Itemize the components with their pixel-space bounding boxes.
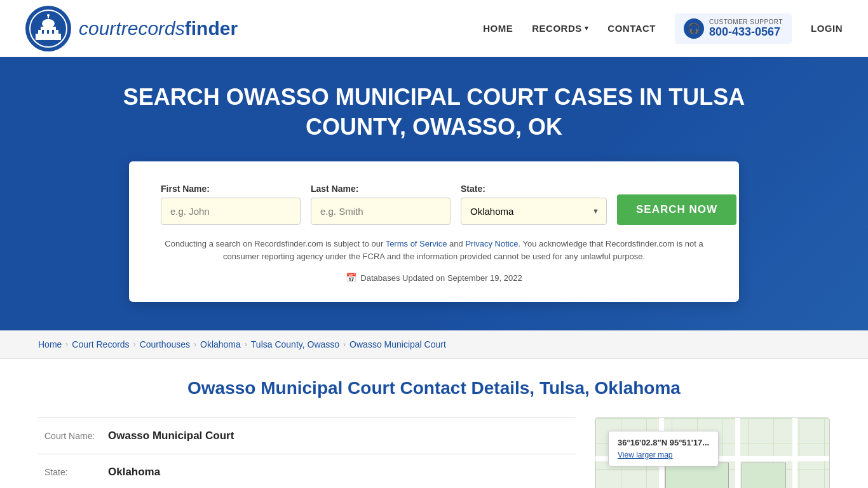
svg-rect-5 xyxy=(46,19,50,25)
map-block xyxy=(742,463,786,488)
calendar-icon: 📅 xyxy=(346,273,356,283)
state-field-group: State: AlabamaAlaskaArizonaArkansas Cali… xyxy=(461,184,607,225)
hero-section: SEARCH OWASSO MUNICIPAL COURT CASES IN T… xyxy=(0,57,868,330)
breadcrumb-oklahoma[interactable]: Oklahoma xyxy=(200,339,241,349)
state-detail-label: State: xyxy=(44,467,102,477)
main-content: Owasso Municipal Court Contact Details, … xyxy=(0,359,868,488)
terms-link[interactable]: Terms of Service xyxy=(386,239,447,248)
table-row: State: Oklahoma xyxy=(38,454,576,488)
court-name-label: Court Name: xyxy=(44,431,102,441)
privacy-link[interactable]: Privacy Notice xyxy=(465,239,518,248)
db-update: 📅 Databases Updated on September 19, 202… xyxy=(161,273,707,283)
header: courtrecordsfinder HOME RECORDS ▾ CONTAC… xyxy=(0,0,868,57)
headset-icon: 🎧 xyxy=(684,18,704,39)
svg-rect-8 xyxy=(42,30,44,34)
last-name-field-group: Last Name: xyxy=(311,184,451,225)
section-title: Owasso Municipal Court Contact Details, … xyxy=(38,378,830,398)
support-box: 🎧 CUSTOMER SUPPORT 800-433-0567 xyxy=(675,13,792,44)
breadcrumb-court-records[interactable]: Court Records xyxy=(72,339,129,349)
breadcrumb-current: Owasso Municipal Court xyxy=(349,339,446,349)
state-select-wrapper: AlabamaAlaskaArizonaArkansas CaliforniaC… xyxy=(461,198,607,225)
map-area: 📍 Bible Church of Owasso 36°16'02.8"N 95… xyxy=(595,417,830,488)
svg-rect-10 xyxy=(52,30,54,34)
breadcrumb-tulsa-owasso[interactable]: Tulsa County, Owasso xyxy=(251,339,339,349)
details-table: Court Name: Owasso Municipal Court State… xyxy=(38,417,576,488)
details-map-grid: Court Name: Owasso Municipal Court State… xyxy=(38,417,830,488)
first-name-input[interactable] xyxy=(161,198,301,225)
table-row: Court Name: Owasso Municipal Court xyxy=(38,418,576,454)
search-card: First Name: Last Name: State: AlabamaAla… xyxy=(129,161,739,302)
first-name-field-group: First Name: xyxy=(161,184,301,225)
nav-contact[interactable]: CONTACT xyxy=(607,23,656,34)
breadcrumb-sep-3: › xyxy=(194,340,196,349)
hero-title: SEARCH OWASSO MUNICIPAL COURT CASES IN T… xyxy=(116,83,752,142)
breadcrumb: Home › Court Records › Courthouses › Okl… xyxy=(38,339,830,349)
last-name-input[interactable] xyxy=(311,198,451,225)
map-road xyxy=(792,418,797,488)
map-block xyxy=(665,463,729,488)
search-button[interactable]: SEARCH NOW xyxy=(617,194,736,225)
view-larger-map-link[interactable]: View larger map xyxy=(618,451,672,459)
state-detail-value: Oklahoma xyxy=(108,466,160,478)
state-select[interactable]: AlabamaAlaskaArizonaArkansas CaliforniaC… xyxy=(461,198,607,225)
breadcrumb-courthouses[interactable]: Courthouses xyxy=(140,339,190,349)
chevron-down-icon: ▾ xyxy=(585,24,589,32)
svg-rect-9 xyxy=(47,30,49,34)
breadcrumb-bar: Home › Court Records › Courthouses › Okl… xyxy=(0,330,868,359)
nav-records[interactable]: RECORDS ▾ xyxy=(532,23,588,34)
svg-point-7 xyxy=(47,14,50,17)
logo-area: courtrecordsfinder xyxy=(25,6,238,51)
breadcrumb-sep-4: › xyxy=(245,340,247,349)
breadcrumb-home[interactable]: Home xyxy=(38,339,62,349)
logo-icon xyxy=(25,6,71,51)
map-tooltip: 36°16'02.8"N 95°51'17... View larger map xyxy=(608,431,719,466)
nav-home[interactable]: HOME xyxy=(483,23,513,34)
nav-login[interactable]: LOGIN xyxy=(811,23,843,34)
logo-text: courtrecordsfinder xyxy=(79,18,238,39)
last-name-label: Last Name: xyxy=(311,184,451,194)
breadcrumb-sep-2: › xyxy=(133,340,136,349)
search-form: First Name: Last Name: State: AlabamaAla… xyxy=(161,184,707,225)
map-road xyxy=(735,418,740,488)
map-coordinates: 36°16'02.8"N 95°51'17... xyxy=(618,438,709,447)
first-name-label: First Name: xyxy=(161,184,301,194)
nav: HOME RECORDS ▾ CONTACT 🎧 CUSTOMER SUPPOR… xyxy=(483,13,843,44)
support-info: CUSTOMER SUPPORT 800-433-0567 xyxy=(709,18,783,39)
breadcrumb-sep-5: › xyxy=(343,340,346,349)
state-label: State: xyxy=(461,184,607,194)
court-name-value: Owasso Municipal Court xyxy=(108,430,234,442)
disclaimer-text: Conducting a search on Recordsfinder.com… xyxy=(161,238,707,264)
breadcrumb-sep-1: › xyxy=(65,340,68,349)
